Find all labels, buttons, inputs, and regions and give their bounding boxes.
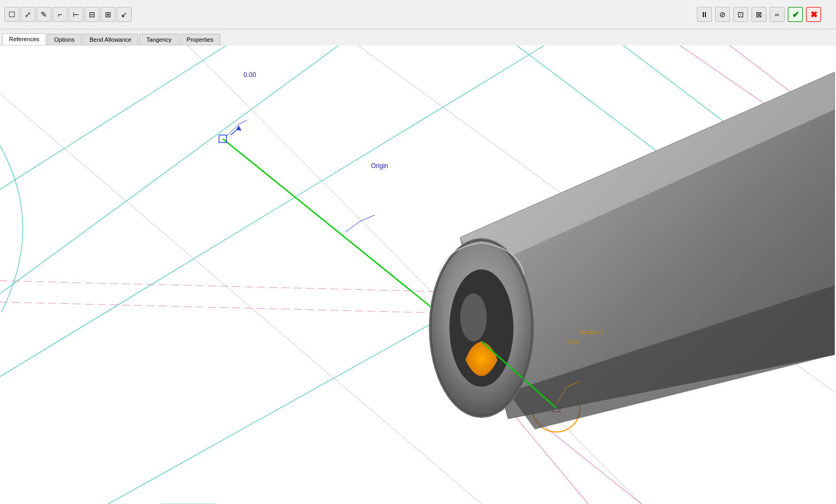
edit-button[interactable]: ✎ — [36, 7, 51, 22]
svg-line-0 — [0, 45, 268, 205]
confirm-button[interactable]: ✔ — [788, 7, 803, 22]
chain2-button[interactable]: ∞ — [770, 7, 785, 22]
svg-line-1 — [0, 45, 375, 312]
references-tab[interactable]: References — [2, 33, 46, 45]
tab-toolbar: References Options Bend Allowance Tangen… — [0, 29, 223, 45]
pan-button[interactable]: ⤢ — [20, 7, 35, 22]
snap2-button[interactable]: ⊠ — [751, 7, 766, 22]
arrow-button[interactable]: ↙ — [117, 7, 132, 22]
pause-button[interactable]: ⏸ — [697, 7, 712, 22]
break-button[interactable]: ⊟ — [85, 7, 100, 22]
no-button[interactable]: ⊘ — [715, 7, 730, 22]
properties-tab[interactable]: Properties — [180, 34, 221, 45]
rectangle-select-button[interactable]: ☐ — [4, 7, 19, 22]
options-tab[interactable]: Options — [47, 34, 81, 45]
bend-allowance-tab[interactable]: Bend Allowance — [82, 34, 138, 45]
top-toolbar: ☐ ⤢ ✎ ⌐ ⊢ ⊟ ⊞ ↙ ⏸ ⊘ ⊡ ⊠ ∞ ✔ ✖ — [0, 0, 836, 29]
svg-line-9 — [0, 72, 482, 504]
corner-button[interactable]: ⊢ — [69, 7, 83, 22]
tangency-tab[interactable]: Tangency — [139, 34, 178, 45]
cancel-button[interactable]: ✖ — [806, 7, 821, 22]
svg-line-37 — [239, 120, 247, 125]
offset-button[interactable]: ⊞ — [101, 7, 116, 22]
svg-point-31 — [460, 293, 487, 341]
svg-line-35 — [360, 215, 375, 222]
canvas-area[interactable]: 0.00 Origin Section 1 0.00 — [0, 45, 836, 504]
main-svg — [0, 45, 836, 504]
action-group: ⏸ ⊘ ⊡ ⊠ ∞ ✔ ✖ — [697, 7, 821, 22]
grid2-button[interactable]: ⊡ — [733, 7, 748, 22]
trim-button[interactable]: ⌐ — [52, 7, 67, 22]
tool-group-1: ☐ ⤢ ✎ ⌐ ⊢ ⊟ ⊞ ↙ — [4, 7, 132, 22]
svg-line-34 — [345, 222, 360, 232]
